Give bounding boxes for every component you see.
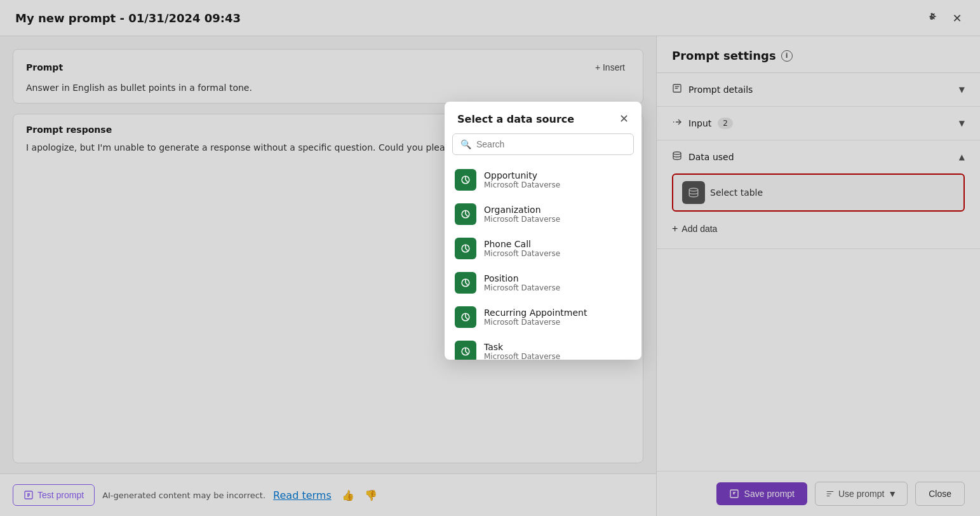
modal-header: Select a data source ✕ <box>445 102 641 133</box>
datasource-sub: Microsoft Dataverse <box>484 283 560 292</box>
datasource-name: Organization <box>484 205 560 215</box>
datasource-sub: Microsoft Dataverse <box>484 318 587 327</box>
datasource-name: Phone Call <box>484 239 560 249</box>
select-datasource-modal: Select a data source ✕ 🔍 Opportunity Mic… <box>445 102 641 360</box>
datasource-sub: Microsoft Dataverse <box>484 180 560 189</box>
modal-close-button[interactable]: ✕ <box>619 112 629 126</box>
datasource-icon <box>455 238 476 259</box>
datasource-icon <box>455 169 476 191</box>
datasource-name: Task <box>484 342 560 352</box>
datasource-item[interactable]: Organization Microsoft Dataverse <box>445 197 641 231</box>
datasource-sub: Microsoft Dataverse <box>484 249 560 258</box>
search-input[interactable] <box>476 139 626 149</box>
datasource-icon <box>455 306 476 328</box>
datasource-item[interactable]: Opportunity Microsoft Dataverse <box>445 163 641 197</box>
datasource-icon <box>455 341 476 360</box>
datasource-sub: Microsoft Dataverse <box>484 215 560 224</box>
modal-search-container: 🔍 <box>452 133 634 155</box>
datasource-name: Opportunity <box>484 170 560 180</box>
datasource-name: Position <box>484 273 560 283</box>
datasource-icon <box>455 203 476 225</box>
datasource-item[interactable]: Recurring Appointment Microsoft Datavers… <box>445 300 641 334</box>
datasource-icon <box>455 272 476 294</box>
datasource-item[interactable]: Task Microsoft Dataverse <box>445 334 641 360</box>
modal-overlay[interactable]: Select a data source ✕ 🔍 Opportunity Mic… <box>0 0 980 516</box>
modal-title: Select a data source <box>457 113 574 125</box>
datasource-item[interactable]: Position Microsoft Dataverse <box>445 266 641 300</box>
search-icon: 🔍 <box>460 139 471 149</box>
datasource-list: Opportunity Microsoft Dataverse Organiza… <box>445 163 641 360</box>
datasource-item[interactable]: Phone Call Microsoft Dataverse <box>445 231 641 266</box>
datasource-name: Recurring Appointment <box>484 308 587 318</box>
datasource-sub: Microsoft Dataverse <box>484 352 560 360</box>
